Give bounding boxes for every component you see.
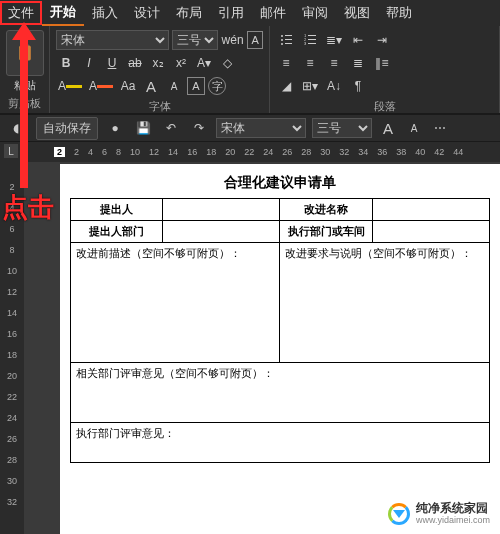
qat-shrink-font[interactable]: A [404,118,424,138]
align-right-button[interactable]: ≡ [324,53,344,73]
save-button[interactable]: 💾 [132,117,154,139]
multilevel-list-button[interactable]: ≣▾ [324,30,344,50]
qat-font-size[interactable]: 三号 [312,118,372,138]
menu-design[interactable]: 设计 [126,1,168,25]
grow-font-button[interactable]: A [141,76,161,96]
align-center-button[interactable]: ≡ [300,53,320,73]
shading-button[interactable]: ◢ [276,76,296,96]
svg-rect-13 [308,43,316,44]
phonetic-guide-button[interactable]: wén [221,30,244,50]
form-table: 提出人 改进名称 提出人部门 执行部门或车间 改进前描述（空间不够可附页）： 改… [70,198,490,463]
doc-title: 合理化建议申请单 [70,174,490,192]
quick-access-bar: ◖◗ 自动保存 ● 💾 ↶ ↷ 宋体 三号 A A ⋯ [0,114,500,142]
watermark-name: 纯净系统家园 [416,502,490,514]
group-paragraph: 123 ≣▾ ⇤ ⇥ ≡ ≡ ≡ ≣ ‖≡ ◢ ⊞▾ A↓ ¶ 段落 [270,26,500,113]
tab-selector[interactable]: L [4,144,18,158]
svg-rect-5 [285,39,292,40]
watermark-logo-icon [388,503,410,525]
svg-point-2 [281,35,283,37]
character-border-button[interactable]: A [247,31,263,49]
clear-format-button[interactable]: ◇ [217,53,237,73]
align-left-button[interactable]: ≡ [276,53,296,73]
clipboard-icon [15,41,35,65]
autosave-toggle-icon[interactable]: ◖◗ [8,117,30,139]
highlight-button[interactable]: A [56,76,84,96]
paste-label: 粘贴 [14,78,36,93]
watermark: 纯净系统家园 www.yidaimei.com [384,500,494,528]
watermark-url: www.yidaimei.com [416,514,490,526]
subscript-button[interactable]: x₂ [148,53,168,73]
enclose-char-button[interactable]: 字 [208,77,226,95]
superscript-button[interactable]: x² [171,53,191,73]
group-font: 宋体 三号 wén A B I U ab x₂ x² A▾ ◇ A A Aa A… [50,26,270,113]
clipboard-group-label: 剪贴板 [8,96,41,111]
paste-button[interactable] [6,30,44,76]
menu-help[interactable]: 帮助 [378,1,420,25]
cell-sugname-value[interactable] [372,199,489,221]
svg-point-6 [281,43,283,45]
decrease-indent-button[interactable]: ⇤ [348,30,368,50]
svg-rect-3 [285,35,292,36]
svg-rect-1 [21,44,28,47]
document-area: 2 24 68 1012 1416 1820 2224 2628 3032 34… [24,142,500,534]
svg-rect-0 [19,46,31,61]
qat-grow-font[interactable]: A [378,118,398,138]
paragraph-group-label: 段落 [276,99,493,114]
cell-dept-value[interactable] [163,221,280,243]
numbering-button[interactable]: 123 [300,30,320,50]
char-shading-button[interactable]: A [187,77,205,95]
qat-font-family[interactable]: 宋体 [216,118,306,138]
justify-button[interactable]: ≣ [348,53,368,73]
bullets-button[interactable] [276,30,296,50]
cell-execdept-label: 执行部门或车间 [280,221,372,243]
workspace: L 24 68 1012 1416 1820 2224 2628 3032 2 … [0,142,500,534]
menu-file[interactable]: 文件 [0,1,42,25]
ribbon: 粘贴 剪贴板 宋体 三号 wén A B I U ab x₂ x² A▾ ◇ A… [0,26,500,114]
italic-button[interactable]: I [79,53,99,73]
menu-review[interactable]: 审阅 [294,1,336,25]
svg-text:3: 3 [304,41,307,46]
bold-button[interactable]: B [56,53,76,73]
cell-exec-review[interactable]: 执行部门评审意见： [71,423,490,463]
show-marks-button[interactable]: ¶ [348,76,368,96]
page[interactable]: 合理化建议申请单 提出人 改进名称 提出人部门 执行部门或车间 改进前描述（空间… [60,164,500,534]
font-family-select[interactable]: 宋体 [56,30,169,50]
svg-point-4 [281,39,283,41]
menu-view[interactable]: 视图 [336,1,378,25]
increase-indent-button[interactable]: ⇥ [372,30,392,50]
strikethrough-button[interactable]: ab [125,53,145,73]
cell-execdept-value[interactable] [372,221,489,243]
text-effects-button[interactable]: A▾ [194,53,214,73]
cell-dept-label: 提出人部门 [71,221,163,243]
menu-home[interactable]: 开始 [42,0,84,26]
menu-layout[interactable]: 布局 [168,1,210,25]
svg-rect-11 [308,39,316,40]
menu-insert[interactable]: 插入 [84,1,126,25]
sort-button[interactable]: A↓ [324,76,344,96]
cell-desc[interactable]: 改进前描述（空间不够可附页）： [71,243,280,363]
off-toggle-icon[interactable]: ● [104,117,126,139]
svg-rect-9 [308,35,316,36]
annotation-click-label: 点击 [2,190,54,225]
cell-proposer-value[interactable] [163,199,280,221]
redo-button[interactable]: ↷ [188,117,210,139]
underline-button[interactable]: U [102,53,122,73]
font-group-label: 字体 [56,99,263,114]
cell-req[interactable]: 改进要求与说明（空间不够可附页）： [280,243,490,363]
cell-sugname-label: 改进名称 [280,199,372,221]
undo-button[interactable]: ↶ [160,117,182,139]
menu-mail[interactable]: 邮件 [252,1,294,25]
menu-bar: 文件 开始 插入 设计 布局 引用 邮件 审阅 视图 帮助 [0,0,500,26]
shrink-font-button[interactable]: A [164,76,184,96]
horizontal-ruler: 2 24 68 1012 1416 1820 2224 2628 3032 34… [24,142,500,162]
line-spacing-button[interactable]: ‖≡ [372,53,392,73]
cell-proposer-label: 提出人 [71,199,163,221]
cell-review[interactable]: 相关部门评审意见（空间不够可附页）： [71,363,490,423]
font-size-select[interactable]: 三号 [172,30,218,50]
menu-references[interactable]: 引用 [210,1,252,25]
change-case-button[interactable]: Aa [118,76,138,96]
svg-rect-7 [285,43,292,44]
borders-button[interactable]: ⊞▾ [300,76,320,96]
font-color-button[interactable]: A [87,76,115,96]
qat-more[interactable]: ⋯ [430,118,450,138]
